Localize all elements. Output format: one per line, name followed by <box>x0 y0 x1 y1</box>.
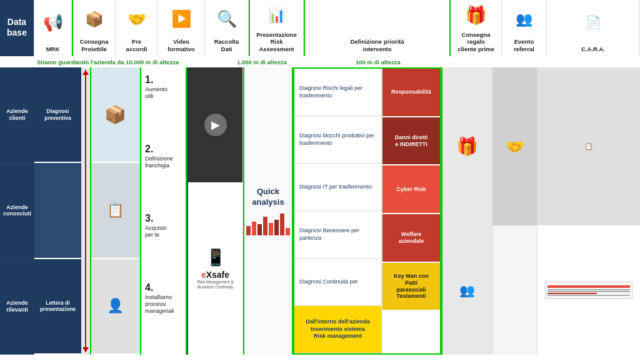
rischi-item-1: Diagnosi Rischi legali per trasferimento <box>294 69 381 116</box>
tipo-welfare: Welfare aziendale <box>382 214 440 263</box>
quick-analysis-box: Quick analysis <box>244 67 292 355</box>
tipo-responsabilita: Responsabilità <box>382 69 440 117</box>
db-label: Data base <box>0 0 34 56</box>
rischi-item-2: Diagnosi blocchi produttivi per trasferi… <box>294 116 381 164</box>
regalo-image: 🎁 <box>442 67 492 225</box>
left-item-rilevanti: Aziende rilevanti <box>0 259 34 355</box>
rischi-column: Diagnosi Rischi legali per trasferimento… <box>294 69 382 353</box>
quick-analysis-column: Quick analysis <box>243 67 293 355</box>
yellow-title: Dall'interno dell'azienda <box>306 318 369 326</box>
video-column: ▶ 📱 eXsafe Risk Management & Business Co… <box>187 67 243 355</box>
numbered-column: 1. Aumento utili 2. Definizione franchig… <box>140 67 187 355</box>
left-column: Aziende clienti Aziende conosciuti Azien… <box>0 67 34 355</box>
regalo-column: 🎁 👥 <box>442 67 492 355</box>
quick-analysis-title: Quick analysis <box>249 187 287 208</box>
mrk-icon: 📢 <box>43 2 63 43</box>
left-item-clienti: Aziende clienti <box>0 67 34 163</box>
subtitle-right: 100 m di altezza <box>353 59 403 66</box>
bar-7 <box>280 214 284 235</box>
exsafe-area: 📱 eXsafe Risk Management & Business Cont… <box>188 182 242 355</box>
red-arrow-col <box>81 67 90 355</box>
lettera-presentazione: Lettera di presentazione <box>34 259 81 355</box>
tablet-icon: 📱 <box>206 248 226 267</box>
content-area: Aziende clienti Aziende conosciuti Azien… <box>0 67 640 355</box>
diagnosi-empty <box>34 163 81 258</box>
left-item-conosciuti: Aziende conosciuti <box>0 163 34 258</box>
subtitle-bar: Stiamo guardando l'azienda da 10.000 m d… <box>0 56 640 67</box>
tipo-column: Responsabilità Danni diretti e INDIRETTI… <box>382 69 441 353</box>
header-pre-accordi: 🤝 Pre accordi <box>116 0 158 56</box>
cara-column: 📋 <box>538 67 640 355</box>
main-container: Data base 📢 MRK 📦 Consegna Proiettile 🤝 … <box>0 0 640 355</box>
bar-2 <box>252 222 256 235</box>
tipo-empty <box>382 311 440 353</box>
presentazione-icon: 📊 <box>268 2 285 29</box>
yellow-sub2: Risk management <box>314 333 362 340</box>
diagnosi-section: Diagnosi preventiva Lettera di presentaz… <box>34 67 90 355</box>
bar-6 <box>274 220 279 235</box>
regalo-image2: 👥 <box>442 225 492 355</box>
quick-chart <box>246 214 290 235</box>
cara-icon: 📄 <box>586 2 601 43</box>
cara-top-image: 📋 <box>538 67 640 225</box>
numbered-item-2: 2. Definizione franchigia <box>145 142 182 211</box>
header-presentazione: 📊 Presentazione Risk Assessment <box>249 0 304 56</box>
pre-accordi-icon: 🤝 <box>128 2 146 36</box>
subtitle-left: Stiamo guardando l'azienda da 10.000 m d… <box>34 59 234 66</box>
bar-5 <box>269 223 273 235</box>
exsafe-logo: eXsafe <box>201 270 229 280</box>
rischi-item-5: Diagnosi Continuità per <box>294 258 381 306</box>
evento-image: 🤝 <box>492 67 537 225</box>
rischi-item-4: Diagnosi Benessere per partenza <box>294 211 381 258</box>
header-consegna: 📦 Consegna Proiettile <box>72 0 116 56</box>
rischi-item-3: Diagnosi IT per trasferimento <box>294 164 381 211</box>
cara-doc-icon: 📋 <box>584 142 593 150</box>
header-evento: 👥 Evento referral <box>502 0 547 56</box>
numbered-item-4: 4. Installiamo processi manageriali <box>145 280 182 350</box>
yellow-sub: Inserimento sistema <box>311 326 365 333</box>
header-row: Data base 📢 MRK 📦 Consegna Proiettile 🤝 … <box>0 0 640 56</box>
image-bottom: 👤 <box>91 259 139 355</box>
bar-4 <box>263 217 268 235</box>
bar-3 <box>258 224 262 235</box>
bar-8 <box>286 228 290 235</box>
header-definizione: Definizione priorità intervento <box>304 0 451 56</box>
evento-bottom <box>492 225 537 355</box>
numbered-item-3: 3. Acquisto per te <box>145 211 182 280</box>
diagnosi-column: Diagnosi preventiva Lettera di presentaz… <box>34 67 81 355</box>
header-cara: 📄 C.A.R.A. <box>547 0 640 56</box>
image-column: 📦 📋 👤 <box>90 67 140 355</box>
diagnosi-preventiva: Diagnosi preventiva <box>34 67 81 163</box>
image-mid: 📋 <box>91 163 139 258</box>
evento-icon: 👥 <box>516 2 532 36</box>
image-top: 📦 <box>91 67 139 163</box>
tipo-keyman: Key Man con Patti parasociali Testamenti <box>382 263 440 312</box>
rischi-item-yellow: Dall'interno dell'azienda Inserimento si… <box>294 306 381 353</box>
video-icon: ▶️ <box>171 2 191 36</box>
tipo-danni: Danni diretti e INDIRETTI <box>382 117 440 166</box>
header-regalo: 🎁 Consegna regalo cliente prime <box>451 0 502 56</box>
rischi-section: Diagnosi Rischi legali per trasferimento… <box>293 67 442 355</box>
raccolta-icon: 🔍 <box>217 2 237 36</box>
cara-bottom <box>538 225 640 355</box>
header-video: ▶️ Video formativo <box>158 0 205 56</box>
cara-doc-1 <box>545 282 632 299</box>
tipo-cyber: Cyber Risk <box>382 165 440 214</box>
header-mrk: 📢 MRK <box>34 0 72 56</box>
consegna-icon: 📦 <box>85 2 104 36</box>
evento-column: 🤝 <box>492 67 538 355</box>
subtitle-mid: 1.000 m di altezza <box>234 59 353 66</box>
header-raccolta: 🔍 Raccolta Dati <box>205 0 249 56</box>
regalo-icon: 🎁 <box>465 2 487 29</box>
numbered-item-1: 1. Aumento utili <box>145 72 182 142</box>
video-player: ▶ <box>188 67 242 182</box>
exsafe-subtitle: Risk Management & Business Continuity <box>192 280 239 290</box>
bar-1 <box>246 226 251 235</box>
